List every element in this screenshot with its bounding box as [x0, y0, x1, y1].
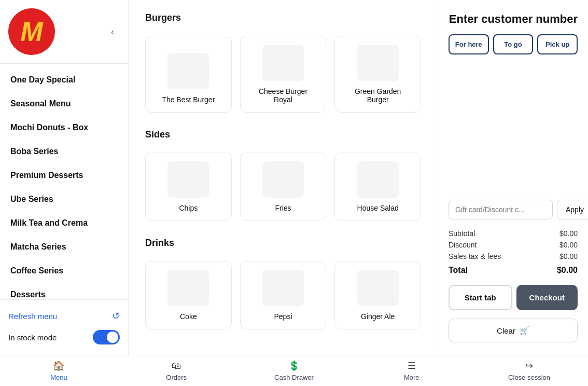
tax-value: $0.00 — [559, 252, 578, 260]
menu-item-name-cheese-burger: Cheese Burger Royal — [249, 87, 318, 104]
menu-item-name-coke: Coke — [180, 312, 197, 321]
sidebar-item-mochi-donuts[interactable]: Mochi Donuts - Box — [0, 116, 128, 140]
menu-content: BurgersThe Best BurgerCheese Burger Roya… — [129, 0, 438, 355]
menu-item-image-ginger-ale — [357, 270, 399, 306]
subtotal-row: Subtotal $0.00 — [449, 228, 578, 239]
menu-item-image-fries — [262, 161, 304, 198]
menu-item-pepsi[interactable]: Pepsi — [240, 261, 327, 329]
clear-button[interactable]: Clear 🛒 — [449, 319, 578, 342]
menu-item-name-fries: Fries — [275, 204, 291, 212]
section-drinks: DrinksCokePepsiGinger Ale — [145, 238, 421, 329]
discount-row: Apply — [449, 200, 578, 219]
mcdonalds-logo: M — [8, 8, 55, 55]
nav-tab-icon-cash-drawer: 💲 — [288, 360, 300, 371]
grand-total-row: Total $0.00 — [449, 264, 578, 277]
subtotal-value: $0.00 — [559, 229, 578, 238]
sidebar-item-boba-series[interactable]: Boba Series — [0, 140, 128, 163]
order-totals: Subtotal $0.00 Discount $0.00 Sales tax … — [449, 228, 578, 277]
menu-item-image-green-garden — [357, 45, 399, 81]
section-burgers: BurgersThe Best BurgerCheese Burger Roya… — [145, 12, 421, 113]
discount-value: $0.00 — [559, 241, 578, 249]
nav-tab-label-cash-drawer: Cash Drawer — [274, 374, 314, 381]
menu-item-image-coke — [167, 270, 209, 306]
menu-item-ginger-ale[interactable]: Ginger Ale — [334, 261, 421, 329]
refresh-menu-label: Refresh menu — [8, 312, 57, 321]
pick-up-button[interactable]: Pick up — [537, 34, 578, 54]
menu-item-image-house-salad — [357, 161, 399, 198]
section-title-drinks: Drinks — [145, 238, 421, 249]
cart-icon: 🛒 — [520, 326, 529, 335]
menu-item-cheese-burger[interactable]: Cheese Burger Royal — [240, 36, 327, 113]
menu-item-image-chips — [167, 161, 209, 198]
menu-grid-drinks: CokePepsiGinger Ale — [145, 261, 421, 329]
menu-item-image-cheese-burger — [262, 45, 304, 81]
to-go-button[interactable]: To go — [493, 34, 534, 54]
nav-tab-close-session[interactable]: ↪Close session — [470, 356, 588, 385]
nav-tab-more[interactable]: ☰More — [353, 356, 470, 385]
sidebar-item-milk-tea[interactable]: Milk Tea and Crema — [0, 211, 128, 235]
nav-tab-icon-orders: 🛍 — [172, 361, 181, 371]
nav-tab-label-close-session: Close session — [508, 374, 550, 381]
nav-tab-icon-menu: 🏠 — [53, 360, 64, 371]
menu-item-name-best-burger: The Best Burger — [162, 95, 215, 104]
sidebar-header: M ‹ — [0, 0, 128, 64]
clear-label: Clear — [497, 326, 515, 335]
tax-row: Sales tax & fees $0.00 — [449, 251, 578, 262]
start-tab-button[interactable]: Start tab — [449, 285, 512, 310]
nav-tab-cash-drawer[interactable]: 💲Cash Drawer — [235, 356, 353, 385]
panel-title: Enter customer number — [449, 12, 578, 26]
menu-item-name-pepsi: Pepsi — [274, 312, 292, 321]
sidebar-item-premium-desserts[interactable]: Premium Desserts — [0, 163, 128, 187]
discount-total-row: Discount $0.00 — [449, 239, 578, 251]
nav-tab-orders[interactable]: 🛍Orders — [118, 356, 235, 385]
subtotal-label: Subtotal — [449, 229, 475, 238]
stock-mode-label: In stock mode — [8, 333, 57, 342]
menu-item-fries[interactable]: Fries — [240, 153, 327, 221]
discount-input[interactable] — [449, 200, 553, 219]
menu-item-name-green-garden: Green Garden Burger — [343, 87, 412, 104]
total-value: $0.00 — [557, 266, 578, 275]
menu-item-green-garden[interactable]: Green Garden Burger — [334, 36, 421, 113]
sidebar-footer: Refresh menu ↺ In stock mode — [0, 299, 128, 355]
order-panel: Enter customer number For here To go Pic… — [438, 0, 588, 355]
sidebar-item-one-day-special[interactable]: One Day Special — [0, 68, 128, 92]
sidebar-item-ube-series[interactable]: Ube Series — [0, 187, 128, 211]
menu-item-coke[interactable]: Coke — [145, 261, 232, 329]
checkout-button[interactable]: Checkout — [516, 285, 578, 310]
sidebar-item-matcha-series[interactable]: Matcha Series — [0, 235, 128, 259]
nav-tab-label-more: More — [404, 374, 419, 381]
sidebar-item-seasonal-menu[interactable]: Seasonal Menu — [0, 92, 128, 116]
menu-item-chips[interactable]: Chips — [145, 153, 232, 221]
refresh-icon: ↺ — [112, 310, 120, 322]
sidebar-item-coffee-series[interactable]: Coffee Series — [0, 259, 128, 283]
apply-button[interactable]: Apply — [557, 200, 588, 219]
for-here-button[interactable]: For here — [449, 34, 489, 54]
collapse-sidebar-button[interactable]: ‹ — [105, 24, 120, 39]
order-summary — [449, 63, 578, 191]
tax-label: Sales tax & fees — [449, 252, 501, 260]
nav-tab-label-orders: Orders — [166, 374, 187, 381]
refresh-menu-row[interactable]: Refresh menu ↺ — [8, 306, 120, 326]
sidebar-item-desserts[interactable]: Desserts — [0, 283, 128, 299]
stock-mode-row: In stock mode — [8, 326, 120, 349]
total-label: Total — [449, 266, 468, 275]
discount-label: Discount — [449, 241, 477, 249]
order-type-row: For here To go Pick up — [449, 34, 578, 54]
menu-item-name-chips: Chips — [179, 204, 198, 212]
menu-item-image-pepsi — [262, 270, 304, 306]
menu-item-name-house-salad: House Salad — [357, 204, 399, 212]
menu-item-house-salad[interactable]: House Salad — [334, 153, 421, 221]
section-title-sides: Sides — [145, 129, 421, 140]
nav-tab-menu[interactable]: 🏠Menu — [0, 356, 118, 385]
section-sides: SidesChipsFriesHouse Salad — [145, 129, 421, 221]
menu-grid-burgers: The Best BurgerCheese Burger RoyalGreen … — [145, 36, 421, 113]
sidebar: M ‹ One Day SpecialSeasonal MenuMochi Do… — [0, 0, 129, 355]
menu-item-best-burger[interactable]: The Best Burger — [145, 36, 232, 113]
menu-item-image-best-burger — [167, 53, 209, 89]
stock-mode-toggle[interactable] — [93, 330, 120, 344]
menu-grid-sides: ChipsFriesHouse Salad — [145, 153, 421, 221]
section-title-burgers: Burgers — [145, 12, 421, 23]
menu-item-name-ginger-ale: Ginger Ale — [361, 312, 395, 321]
checkout-row: Start tab Checkout — [449, 285, 578, 310]
nav-tab-icon-close-session: ↪ — [525, 360, 533, 371]
